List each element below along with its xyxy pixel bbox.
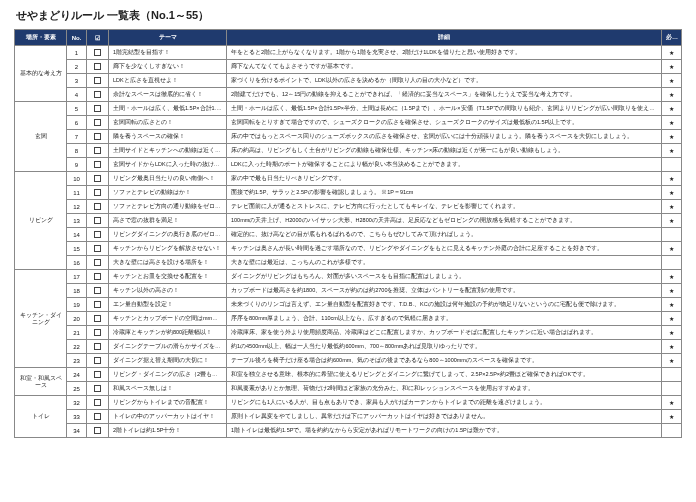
- checkbox-icon[interactable]: [94, 133, 101, 140]
- no-cell: 6: [67, 116, 87, 130]
- star-cell: ★: [662, 298, 682, 312]
- checkbox-cell[interactable]: [87, 340, 109, 354]
- theme-cell: 高さで窓の抜群を満足！: [109, 214, 227, 228]
- checkbox-cell[interactable]: [87, 172, 109, 186]
- no-cell: 2: [67, 60, 87, 74]
- checkbox-cell[interactable]: [87, 298, 109, 312]
- checkbox-icon[interactable]: [94, 49, 101, 56]
- checkbox-icon[interactable]: [94, 105, 101, 112]
- no-cell: 22: [67, 340, 87, 354]
- checkbox-icon[interactable]: [94, 399, 101, 406]
- th-check: ☑: [87, 30, 109, 46]
- checkbox-icon[interactable]: [94, 371, 101, 378]
- star-cell: ★: [662, 88, 682, 102]
- checkbox-icon[interactable]: [94, 259, 101, 266]
- checkbox-cell[interactable]: [87, 256, 109, 270]
- checkbox-icon[interactable]: [94, 231, 101, 238]
- checkbox-cell[interactable]: [87, 46, 109, 60]
- th-theme: テーマ: [109, 30, 227, 46]
- checkbox-icon[interactable]: [94, 273, 101, 280]
- table-row: 23ダイニング据え替え期間の大切に！テーブル後ろを椅子だけ座る場合は約600mm…: [15, 354, 682, 368]
- star-cell: ★: [662, 396, 682, 410]
- detail-cell: 冷蔵庫床、家を使う外より使用頻度商品、冷蔵庫はどこに配置しますか、カップボードそ…: [227, 326, 662, 340]
- checkbox-cell[interactable]: [87, 424, 109, 438]
- theme-cell: 2階トイレは約1.5P十分！: [109, 424, 227, 438]
- detail-cell: 未来づくりのリンゴは言えず、エン量自動型を配置好きです、T.D.B.、KCの施設…: [227, 298, 662, 312]
- checkbox-cell[interactable]: [87, 116, 109, 130]
- checkbox-cell[interactable]: [87, 410, 109, 424]
- no-cell: 12: [67, 200, 87, 214]
- checkbox-icon[interactable]: [94, 63, 101, 70]
- theme-cell: キッチンとカップボードの空間はmm確定！: [109, 312, 227, 326]
- checkbox-icon[interactable]: [94, 119, 101, 126]
- checkbox-cell[interactable]: [87, 158, 109, 172]
- checkbox-icon[interactable]: [94, 245, 101, 252]
- table-row: 14リビングダイニングの奥行き底のゼロに！確定的に、抜け高などの目が底もれるばれ…: [15, 228, 682, 242]
- theme-cell: 廊下を少なくしすぎない！: [109, 60, 227, 74]
- checkbox-cell[interactable]: [87, 102, 109, 116]
- checkbox-icon[interactable]: [94, 413, 101, 420]
- checkbox-icon[interactable]: [94, 147, 101, 154]
- checkbox-icon[interactable]: [94, 427, 101, 434]
- star-cell: ★: [662, 116, 682, 130]
- table-row: リビング10リビング最奥日当たりの良い南側へ！家の中で最も日当たりべきリビングで…: [15, 172, 682, 186]
- checkbox-cell[interactable]: [87, 354, 109, 368]
- checkbox-cell[interactable]: [87, 74, 109, 88]
- checkbox-icon[interactable]: [94, 315, 101, 322]
- checkbox-icon[interactable]: [94, 287, 101, 294]
- detail-cell: 廊下なんてなくてもよさそうですが基本です。: [227, 60, 662, 74]
- star-cell: ★: [662, 60, 682, 74]
- theme-cell: リビング・ダイニングの広さ（2畳もに利用でOK）: [109, 368, 227, 382]
- checkbox-cell[interactable]: [87, 368, 109, 382]
- checkbox-cell[interactable]: [87, 284, 109, 298]
- checkbox-cell[interactable]: [87, 242, 109, 256]
- checkbox-cell[interactable]: [87, 186, 109, 200]
- no-cell: 33: [67, 410, 87, 424]
- checkbox-icon[interactable]: [94, 357, 101, 364]
- checkbox-icon[interactable]: [94, 385, 101, 392]
- detail-cell: 原則トイレ異変をやてしましし、異常だけは下にアッパーカットはイヤは好きではありま…: [227, 410, 662, 424]
- no-cell: 32: [67, 396, 87, 410]
- checkbox-icon[interactable]: [94, 329, 101, 336]
- no-cell: 17: [67, 270, 87, 284]
- checkbox-cell[interactable]: [87, 130, 109, 144]
- checkbox-icon[interactable]: [94, 217, 101, 224]
- star-cell: [662, 256, 682, 270]
- checkbox-cell[interactable]: [87, 382, 109, 396]
- no-cell: 21: [67, 326, 87, 340]
- checkbox-cell[interactable]: [87, 88, 109, 102]
- checkbox-cell[interactable]: [87, 60, 109, 74]
- checkbox-cell[interactable]: [87, 326, 109, 340]
- checkbox-icon[interactable]: [94, 175, 101, 182]
- checkbox-cell[interactable]: [87, 312, 109, 326]
- checkbox-cell[interactable]: [87, 214, 109, 228]
- checkbox-cell[interactable]: [87, 144, 109, 158]
- detail-cell: リビングにも1人にいる人が、目も点もありでき、家具も人がけばカーテンからトイレま…: [227, 396, 662, 410]
- detail-cell: 序序を800mm厚ましょう、合計、110cm以上なら、広すぎるので気軽に届きます…: [227, 312, 662, 326]
- checkbox-icon[interactable]: [94, 189, 101, 196]
- theme-cell: LDKと広さを直視せよ！: [109, 74, 227, 88]
- star-cell: ★: [662, 284, 682, 298]
- theme-cell: 隣を養うスペースの確保！: [109, 130, 227, 144]
- detail-cell: 年をとると2階に上がらなくなります。1階から1階を充実させ、2階だけ1LDKを借…: [227, 46, 662, 60]
- checkbox-icon[interactable]: [94, 203, 101, 210]
- table-row: 11ソファとテレビの動線はか！面接で約1.5P、サラッと2.5Pの影響を確認しま…: [15, 186, 682, 200]
- checkbox-icon[interactable]: [94, 343, 101, 350]
- checkbox-icon[interactable]: [94, 77, 101, 84]
- star-cell: ★: [662, 74, 682, 88]
- theme-cell: トイレの中のアッパーカットはイヤ！: [109, 410, 227, 424]
- detail-cell: テレビ面前に人が通るとストレスに、テレビ方向に行ったとしてもキレイな、テレビを影…: [227, 200, 662, 214]
- theme-cell: キッチンとお皿を交換せる配置を！: [109, 270, 227, 284]
- theme-cell: リビング最奥日当たりの良い南側へ！: [109, 172, 227, 186]
- th-must: 必須: [662, 30, 682, 46]
- rules-table: 場所・要素 No. ☑ テーマ 詳細 必須 基本的な考え方11階完結型を目指す！…: [14, 29, 682, 438]
- checkbox-cell[interactable]: [87, 270, 109, 284]
- checkbox-cell[interactable]: [87, 200, 109, 214]
- checkbox-icon[interactable]: [94, 161, 101, 168]
- checkbox-icon[interactable]: [94, 91, 101, 98]
- checkbox-icon[interactable]: [94, 301, 101, 308]
- checkbox-cell[interactable]: [87, 396, 109, 410]
- table-row: トイレ32リビングからトイレまでの音配置！リビングにも1人にいる人が、目も点もあ…: [15, 396, 682, 410]
- detail-cell: 床の中ではもっとスペース回りのシューズボックスの広さを確保させ、玄関が広いには十…: [227, 130, 662, 144]
- checkbox-cell[interactable]: [87, 228, 109, 242]
